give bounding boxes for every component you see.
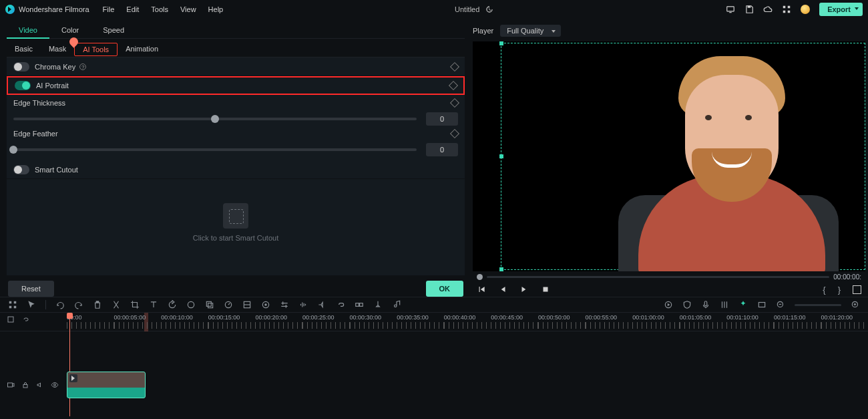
fullscreen-icon[interactable]	[853, 285, 861, 294]
quality-dropdown[interactable]: Full Quality	[500, 25, 561, 37]
split-icon[interactable]	[112, 300, 121, 309]
play-icon[interactable]	[519, 285, 529, 294]
timecode: 00:00:00:	[833, 273, 861, 281]
keyframe-icon[interactable]	[450, 129, 459, 138]
svg-rect-28	[23, 385, 27, 388]
collapse-icon[interactable]	[7, 315, 15, 323]
crop-icon[interactable]	[130, 300, 140, 309]
menu-edit[interactable]: Edit	[126, 5, 139, 13]
keyframe-icon[interactable]	[450, 98, 459, 108]
edge-thickness-value[interactable]: 0	[426, 112, 458, 126]
mark-in-icon[interactable]: {	[823, 285, 825, 295]
smart-cutout-icon[interactable]	[223, 203, 248, 229]
play-back-icon[interactable]	[498, 285, 507, 294]
delete-icon[interactable]	[93, 300, 102, 309]
mask-icon[interactable]	[186, 300, 196, 309]
eye-icon[interactable]	[51, 381, 59, 389]
link-icon[interactable]	[336, 300, 345, 309]
slider-knob[interactable]	[9, 146, 17, 154]
help-icon[interactable]: ?	[79, 63, 86, 70]
tab-color[interactable]: Color	[49, 21, 91, 39]
history-icon[interactable]	[485, 5, 494, 14]
edge-feather-slider[interactable]	[13, 148, 417, 151]
keyframe-icon[interactable]	[450, 61, 459, 71]
link-track-icon[interactable]	[21, 315, 29, 323]
adjust-icon[interactable]	[280, 300, 289, 309]
tab-animation[interactable]: Animation	[118, 40, 166, 57]
svg-rect-13	[206, 301, 211, 306]
undo-icon[interactable]	[55, 300, 65, 309]
zoom-slider[interactable]	[795, 304, 841, 306]
save-icon[interactable]	[744, 5, 754, 14]
edge-thickness-label: Edge Thickness	[13, 99, 65, 107]
color-icon[interactable]	[261, 300, 270, 309]
account-badge[interactable]	[801, 5, 810, 14]
ok-button[interactable]: OK	[426, 281, 464, 297]
zoom-in-icon[interactable]	[851, 300, 860, 309]
ai-portrait-toggle[interactable]	[15, 81, 31, 90]
render-icon[interactable]	[664, 300, 673, 309]
menu-tools[interactable]: Tools	[151, 5, 168, 13]
resize-handle[interactable]	[499, 41, 503, 45]
grid-icon[interactable]	[8, 300, 17, 309]
mark-out-icon[interactable]: }	[838, 285, 841, 295]
inspector-panel: Video Color Speed Basic Mask AI Tools An…	[0, 19, 467, 297]
svg-point-18	[264, 303, 267, 306]
fit-icon[interactable]	[242, 300, 252, 309]
aspect-icon[interactable]	[757, 300, 767, 309]
player-controls: { }	[473, 282, 865, 297]
mic-icon[interactable]	[701, 300, 710, 309]
edge-feather-block: Edge Feather 0	[7, 126, 465, 156]
mixer-icon[interactable]	[720, 300, 729, 309]
edge-feather-value[interactable]: 0	[426, 143, 458, 156]
zoom-out-icon[interactable]	[776, 300, 785, 309]
video-clip[interactable]	[67, 372, 146, 398]
svg-rect-2	[748, 6, 751, 8]
lock-icon[interactable]	[21, 381, 29, 389]
mute-icon[interactable]	[36, 381, 44, 389]
svg-rect-1	[729, 12, 732, 13]
ai-icon[interactable]	[738, 300, 748, 309]
tab-basic[interactable]: Basic	[7, 40, 41, 57]
scrub-handle[interactable]	[477, 274, 483, 280]
redo-icon[interactable]	[74, 300, 83, 309]
music-icon[interactable]	[392, 300, 401, 309]
group-icon[interactable]	[355, 300, 364, 309]
preview-canvas[interactable]	[473, 41, 865, 271]
menu-help[interactable]: Help	[208, 5, 224, 13]
menu-file[interactable]: File	[103, 5, 115, 13]
overlay-icon[interactable]	[205, 300, 214, 309]
smart-cutout-toggle[interactable]	[13, 165, 29, 174]
speed-icon[interactable]	[224, 300, 233, 309]
text-icon[interactable]	[149, 300, 158, 309]
resize-handle[interactable]	[499, 154, 503, 158]
edge-thickness-slider[interactable]	[13, 118, 417, 120]
timeline-ruler[interactable]: 00:00 00:00:05:00 00:00:10:00 00:00:15:0…	[0, 313, 868, 331]
resize-handle[interactable]	[499, 267, 503, 271]
ducking-icon[interactable]	[317, 300, 327, 309]
step-back-icon[interactable]	[477, 285, 486, 294]
menu-view[interactable]: View	[180, 5, 196, 13]
scrub-track[interactable]	[487, 276, 829, 278]
ruler-tick: 00:01:15:00	[774, 313, 821, 331]
tab-ai-tools[interactable]: AI Tools	[74, 43, 118, 56]
apps-icon[interactable]	[782, 5, 791, 14]
timeline-toolbar	[0, 297, 868, 313]
chroma-key-row: Chroma Key ?	[7, 57, 465, 76]
cursor-icon[interactable]	[27, 300, 36, 309]
keyframe-icon[interactable]	[449, 81, 458, 90]
tab-speed[interactable]: Speed	[91, 21, 136, 39]
reset-button[interactable]: Reset	[8, 281, 54, 297]
video-track-icon[interactable]	[7, 381, 15, 389]
audiomix-icon[interactable]	[298, 300, 308, 309]
tab-video[interactable]: Video	[7, 21, 49, 39]
rotate-icon[interactable]	[168, 300, 177, 309]
shield-icon[interactable]	[682, 300, 692, 309]
marker-icon[interactable]	[373, 300, 383, 309]
chroma-key-toggle[interactable]	[13, 62, 29, 72]
cloud-icon[interactable]	[763, 5, 773, 14]
slider-knob[interactable]	[211, 115, 219, 123]
screen-icon[interactable]	[726, 5, 735, 14]
stop-icon[interactable]	[541, 285, 550, 294]
export-button[interactable]: Export	[819, 3, 863, 16]
